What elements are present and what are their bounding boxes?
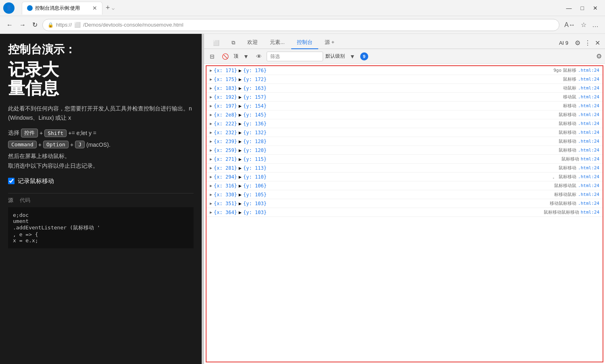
expand-icon[interactable]: ▶: [210, 77, 212, 81]
devtools-panel: ⬜ ⧉ 欢迎 元素... 控制台 源 + AI 9 ⚙ ⋮ ✕ ⊟ 🚫 顶 ▼ …: [204, 34, 605, 364]
x-value: {x: 281}: [214, 165, 237, 171]
expand-icon[interactable]: ▶: [210, 157, 212, 161]
code-block: e;doc ument .addEventListener (鼠标移动 ' , …: [8, 207, 194, 248]
devtools-tab-welcome[interactable]: 欢迎: [242, 36, 263, 49]
console-row[interactable]: ▶ {x: 192} ▶ {y: 157} 移动鼠 .html:24: [207, 93, 603, 102]
console-output[interactable]: ▶ {x: 171} ▶ {y: 176} 9go 鼠标移 .html:24 ▶…: [206, 65, 603, 362]
console-source: 鼠标移动 html:24: [560, 156, 599, 162]
console-row[interactable]: ▶ {x: 351} ▶ {y: 103} 移动鼠标移动 .html:24: [207, 199, 603, 208]
console-row[interactable]: ▶ {x: 197} ▶ {y: 154} 标移动 .html:24: [207, 102, 603, 110]
console-source: 移动鼠 .html:24: [561, 94, 599, 100]
source-link[interactable]: .html:24: [578, 112, 599, 117]
maximize-button[interactable]: □: [577, 3, 588, 13]
source-link[interactable]: .html:24: [578, 139, 599, 144]
clear-messages-button[interactable]: ⊟: [207, 52, 217, 61]
favorites-icon[interactable]: ☆: [579, 19, 588, 30]
source-section: 源 代码: [8, 193, 194, 204]
back-button[interactable]: ←: [5, 20, 15, 30]
expand-icon[interactable]: ▶: [210, 95, 212, 99]
source-link[interactable]: html:24: [581, 156, 599, 162]
active-tab[interactable]: 控制台消息示例:使用 ✕: [22, 2, 102, 15]
expand-icon[interactable]: ▶: [210, 166, 212, 170]
expand-icon[interactable]: ▶: [210, 130, 212, 135]
source-link[interactable]: .html:24: [578, 68, 599, 73]
tab-close-button[interactable]: ✕: [92, 5, 97, 11]
console-row[interactable]: ▶ {x: 222} ▶ {y: 136} 鼠标移动 .html:24: [207, 119, 603, 128]
source-link[interactable]: .html:24: [578, 165, 599, 171]
message-count-badge: 9: [360, 52, 368, 60]
console-row[interactable]: ▶ {x: 232} ▶ {y: 132} 鼠标移动 .html:24: [207, 128, 603, 137]
devtools-tab-sources[interactable]: 源 +: [319, 36, 340, 49]
source-label-text: 9go: [553, 68, 561, 73]
source-link[interactable]: .html:24: [578, 201, 599, 206]
y-value: {y: 145}: [243, 112, 267, 118]
refresh-button[interactable]: ↻: [31, 19, 39, 30]
console-row[interactable]: ▶ {x: 294} ▶ {y: 110} 。 鼠标移动 .html:24: [207, 173, 603, 181]
devtools-close-button[interactable]: ✕: [593, 37, 602, 48]
expand-icon[interactable]: ▶: [210, 183, 212, 188]
source-link[interactable]: .html:24: [578, 94, 599, 100]
more-button[interactable]: …: [590, 19, 600, 30]
source-link[interactable]: .html:24: [578, 183, 599, 188]
expand-icon[interactable]: ▶: [210, 68, 212, 73]
source-link[interactable]: .html:24: [578, 121, 599, 126]
source-text: 标移动: [563, 103, 576, 109]
expand-icon[interactable]: ▶: [210, 148, 212, 152]
expand-icon[interactable]: ▶: [210, 139, 212, 144]
expand-icon[interactable]: ▶: [210, 210, 212, 214]
checkbox-label[interactable]: 记录鼠标移动: [18, 177, 54, 185]
devtools-tab-console[interactable]: 控制台: [291, 36, 318, 49]
console-row[interactable]: ▶ {x: 259} ▶ {y: 120} 鼠标移动 .html:24: [207, 146, 603, 155]
expand-icon[interactable]: ▶: [210, 112, 212, 117]
expand-icon[interactable]: ▶: [210, 104, 212, 108]
console-row[interactable]: ▶ {x: 171} ▶ {y: 176} 9go 鼠标移 .html:24: [207, 66, 603, 75]
devtools-tab-inspect[interactable]: ⧉: [226, 37, 241, 49]
source-link[interactable]: .html:24: [578, 130, 599, 135]
top-dropdown-button[interactable]: ▼: [241, 52, 251, 61]
console-row[interactable]: ▶ {x: 239} ▶ {y: 128} 鼠标移动 .html:24: [207, 137, 603, 146]
source-link[interactable]: .html:24: [578, 77, 599, 82]
source-text: 鼠标移动: [559, 129, 576, 135]
level-label: 默认级别: [325, 53, 345, 60]
console-settings-button[interactable]: ⚙: [596, 52, 602, 60]
source-link[interactable]: .html:24: [578, 148, 599, 153]
close-button[interactable]: ✕: [589, 3, 602, 13]
source-link[interactable]: .html:24: [578, 174, 599, 179]
console-row[interactable]: ▶ {x: 316} ▶ {y: 106} 鼠标移动鼠 .html:24: [207, 181, 603, 190]
address-bar[interactable]: 🔒 https://⬜/Demos/devtools-console/mouse…: [42, 19, 559, 31]
translate-icon[interactable]: A↔: [563, 19, 577, 30]
disable-button[interactable]: 🚫: [219, 52, 231, 61]
forward-button[interactable]: →: [18, 20, 27, 30]
expand-icon[interactable]: ▶: [210, 175, 212, 179]
new-tab-button[interactable]: +: [106, 4, 110, 12]
expand-icon[interactable]: ▶: [210, 86, 212, 90]
console-row[interactable]: ▶ {x: 183} ▶ {y: 163} 动鼠标 .html:24: [207, 84, 603, 93]
minimize-button[interactable]: —: [562, 3, 576, 13]
source-link[interactable]: .html:24: [578, 103, 599, 108]
console-row[interactable]: ▶ {x: 364} ▶ {y: 103} 鼠标移动鼠标移动 html:24: [207, 208, 603, 217]
filter-input[interactable]: [267, 52, 323, 61]
level-dropdown-button[interactable]: ▼: [347, 52, 358, 61]
source-link[interactable]: .html:24: [578, 85, 599, 91]
console-row[interactable]: ▶ {x: 175} ▶ {y: 172} 鼠标移 .html:24: [207, 75, 603, 84]
expand-icon[interactable]: ▶: [210, 121, 212, 126]
devtools-tab-elements[interactable]: 元素...: [264, 36, 290, 49]
console-row[interactable]: ▶ {x: 271} ▶ {y: 115} 鼠标移动 html:24: [207, 155, 603, 164]
devtools-dots-button[interactable]: ⋮: [583, 37, 592, 48]
expand-icon[interactable]: ▶: [210, 201, 212, 206]
console-row[interactable]: ▶ {x: 330} ▶ {y: 105} 标移动鼠标 .html:24: [207, 190, 603, 199]
devtools-ai-label[interactable]: AI 9: [555, 37, 572, 48]
expand-icon[interactable]: ▶: [210, 192, 212, 197]
source-link[interactable]: .html:24: [578, 192, 599, 197]
eye-button[interactable]: 👁: [254, 52, 264, 61]
devtools-tab-device[interactable]: ⬜: [207, 37, 225, 49]
devtools-gear-button[interactable]: ⚙: [573, 37, 582, 48]
tab-dropdown-button[interactable]: ⌵: [112, 5, 115, 11]
source-text: 鼠标移动: [559, 165, 576, 171]
console-row[interactable]: ▶ {x: 2e8} ▶ {y: 145} 鼠标移动 .html:24: [207, 110, 603, 119]
source-link[interactable]: html:24: [581, 210, 599, 215]
profile-icon[interactable]: 👤: [3, 2, 15, 14]
source-label-text: 。: [553, 174, 557, 180]
console-row[interactable]: ▶ {x: 281} ▶ {y: 113} 鼠标移动 .html:24: [207, 164, 603, 173]
log-checkbox[interactable]: [8, 178, 15, 184]
